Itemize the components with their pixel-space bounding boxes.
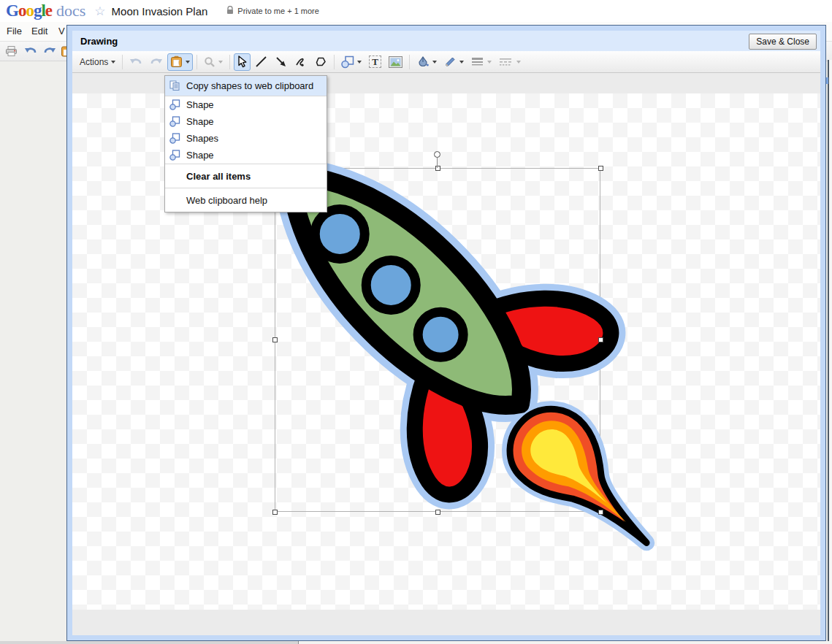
actions-button[interactable]: Actions [77,53,118,71]
zoom-icon [204,56,215,68]
background-bottom-strip-right [299,641,832,644]
undo-icon [129,57,142,67]
menu-item-shape-1[interactable]: Shape [165,96,327,113]
line-dash-icon [499,56,514,67]
save-close-button[interactable]: Save & Close [749,34,817,50]
drawing-toolbar: Actions [72,51,820,73]
menu-item-view[interactable]: V [58,26,65,37]
redo-button [147,53,166,71]
textbox-tool-button[interactable]: T [366,53,384,71]
background-bottom-strip-left [0,641,299,644]
image-tool-button[interactable] [386,53,405,71]
copy-icon [169,80,181,91]
caret-down-icon [111,61,115,66]
logo-product: docs [56,1,85,20]
doc-title[interactable]: Moon Invasion Plan [112,5,208,18]
menu-item-shape-3[interactable]: Shape [165,147,327,164]
undo-button [126,53,145,71]
web-clipboard-icon [170,55,183,68]
caret-down-icon [487,61,492,66]
arrow-tool-icon [275,55,287,68]
rocket-clipart[interactable] [255,153,679,570]
line-width-button [468,53,495,71]
caret-down-icon [459,61,464,66]
menu-item-copy-shapes[interactable]: Copy shapes to web clipboard [165,76,327,96]
selection-handle-top-right[interactable] [598,166,603,171]
menu-item-edit[interactable]: Edit [31,26,47,37]
selection-handle-bottom-center[interactable] [435,510,440,515]
dialog-header: Drawing Save & Close [72,31,820,51]
select-tool-button[interactable] [234,53,251,71]
fill-color-button[interactable] [413,53,440,71]
web-clipboard-button[interactable] [167,53,193,71]
shape-icon [169,133,181,144]
curve-tool-icon [294,55,307,68]
selection-handle-mid-left[interactable] [272,337,278,342]
zoom-button [201,53,226,71]
line-dash-button [496,53,524,71]
menu-item-clear-all[interactable]: Clear all items [165,164,327,188]
shape-tool-button[interactable] [338,53,365,71]
print-icon[interactable] [5,46,18,59]
line-color-button[interactable] [441,53,467,71]
curve-tool-button[interactable] [291,53,310,71]
image-icon [389,56,402,68]
fill-color-icon [416,55,430,68]
shape-icon [169,116,181,127]
caret-down-icon [186,61,190,66]
caret-down-icon [357,61,362,66]
menu-item-shape-2[interactable]: Shape [165,113,327,130]
select-tool-icon [237,55,248,68]
selection-handle-mid-right[interactable] [598,337,603,342]
polyline-tool-button[interactable] [311,53,330,71]
drawing-dialog: Drawing Save & Close Actions [66,25,826,641]
line-width-icon [471,56,484,67]
redo-icon [150,57,163,67]
lock-icon [226,4,234,18]
rotation-handle-stem [437,158,438,168]
menu-item-shapes[interactable]: Shapes [165,130,327,147]
shape-tool-icon [341,55,354,69]
selection-handle-bottom-right[interactable] [598,510,603,515]
rotation-handle[interactable] [434,151,440,158]
caret-down-icon [218,61,223,66]
textbox-tool-icon: T [369,55,381,68]
redo-icon[interactable] [43,46,56,59]
caret-down-icon [432,61,437,66]
shape-icon [169,150,181,161]
menu-item-file[interactable]: File [7,26,22,37]
privacy-label[interactable]: Private to me + 1 more [237,7,319,15]
background-page-right [829,60,832,644]
line-tool-button[interactable] [252,53,270,71]
google-docs-topbar: G o o g l e docs ☆ Moon Invasion Plan Pr… [0,0,832,22]
dialog-title: Drawing [80,36,118,47]
google-logo: G o o g l e [6,1,52,20]
selection-handle-bottom-left[interactable] [272,510,278,515]
star-icon[interactable]: ☆ [94,5,105,18]
polyline-tool-icon [314,55,327,68]
pencil-icon [444,55,457,68]
line-tool-icon [255,55,267,68]
web-clipboard-menu: Copy shapes to web clipboard Shape Shape… [164,75,327,212]
arrow-tool-button[interactable] [272,53,290,71]
caret-down-icon [516,61,521,66]
undo-icon[interactable] [24,46,37,59]
shape-icon [169,99,181,110]
menu-item-clipboard-help[interactable]: Web clipboard help [165,188,327,212]
